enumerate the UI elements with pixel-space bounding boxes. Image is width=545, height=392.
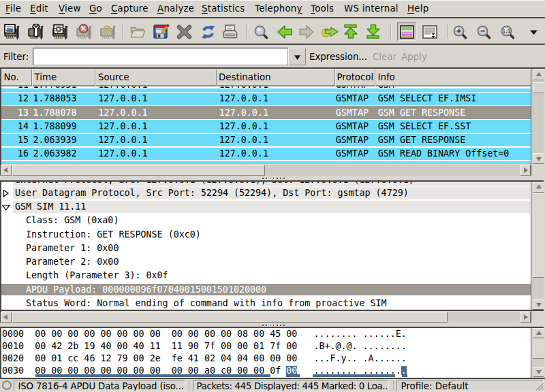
svg-text:1:1: 1:1 xyxy=(502,28,510,34)
